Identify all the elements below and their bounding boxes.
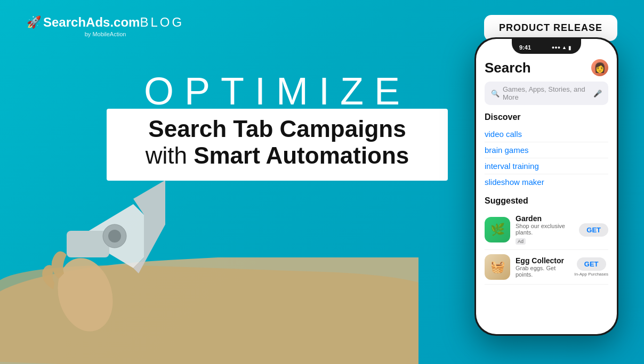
egg-get-button[interactable]: GET: [577, 257, 606, 271]
logo-area: 🚀 SearchAds.comBLOG by MobileAction: [27, 15, 184, 37]
user-avatar[interactable]: 👩: [591, 59, 608, 76]
phone-mockup: 9:41 ●●● ▲ ▮ Search 👩: [474, 37, 618, 336]
wifi-icon: ▲: [562, 45, 567, 50]
mic-icon[interactable]: 🎤: [593, 90, 602, 98]
discover-section-title: Discover: [485, 112, 608, 122]
headline-line2: with Smart Automations: [122, 142, 433, 170]
search-input-bar[interactable]: 🔍 Games, Apps, Stories, and More 🎤: [485, 82, 608, 105]
garden-app-name: Garden: [516, 214, 574, 223]
app-row-garden: 🌿 Garden Shop our exclusive plants. Ad G…: [485, 210, 608, 250]
discover-section: Discover video calls brain games interva…: [485, 112, 608, 190]
phone-notch: 9:41 ●●● ▲ ▮: [512, 39, 581, 54]
suggested-section-title: Suggested: [485, 196, 608, 206]
battery-icon: ▮: [568, 45, 571, 51]
garden-get-wrapper: GET: [579, 223, 608, 237]
svg-point-3: [108, 230, 121, 242]
app-row-egg-collector: 🧺 Egg Collector Grab eggs. Get points. G…: [485, 250, 608, 285]
search-section-title: Search: [485, 60, 531, 76]
megaphone-image: [16, 130, 165, 332]
product-release-text: PRODUCT RELEASE: [499, 22, 602, 33]
discover-item-video-calls[interactable]: video calls: [485, 126, 608, 142]
signal-icon: ●●●: [552, 45, 560, 50]
phone-content-area: Search 👩 🔍 Games, Apps, Stories, and Mor…: [476, 56, 617, 285]
garden-get-button[interactable]: GET: [579, 223, 608, 237]
status-time-notch: 9:41: [519, 44, 531, 51]
phone-screen: 9:41 ●●● ▲ ▮ Search 👩: [476, 39, 617, 334]
garden-app-icon: 🌿: [485, 217, 510, 242]
discover-item-interval-training[interactable]: interval training: [485, 158, 608, 174]
discover-item-slideshow-maker[interactable]: slideshow maker: [485, 174, 608, 190]
egg-get-wrapper: GET In-App Purchases: [574, 257, 608, 277]
search-bar-icon: 🔍: [491, 90, 500, 98]
discover-item-brain-games[interactable]: brain games: [485, 142, 608, 158]
garden-ad-badge: Ad: [516, 238, 526, 245]
headline-line1: Search Tab Campaigns: [122, 116, 433, 142]
logo-rocket-icon: 🚀: [27, 15, 41, 29]
logo-brand-text: SearchAds.comBLOG: [43, 15, 184, 30]
logo-sub-text: by MobileAction: [27, 31, 184, 37]
in-app-purchases-label: In-App Purchases: [574, 272, 608, 277]
egg-app-info: Egg Collector Grab eggs. Get points.: [516, 256, 569, 278]
phone-frame: 9:41 ●●● ▲ ▮ Search 👩: [474, 37, 618, 336]
egg-app-icon: 🧺: [485, 254, 510, 280]
egg-app-desc: Grab eggs. Get points.: [516, 265, 569, 278]
banner-container: 🚀 SearchAds.comBLOG by MobileAction PROD…: [0, 0, 644, 364]
egg-app-name: Egg Collector: [516, 256, 569, 265]
garden-app-info: Garden Shop our exclusive plants. Ad: [516, 214, 574, 245]
search-bar-placeholder: Games, Apps, Stories, and More: [503, 85, 590, 101]
suggested-section: Suggested 🌿 Garden Shop our exclusive pl…: [485, 196, 608, 285]
garden-app-desc: Shop our exclusive plants.: [516, 223, 574, 236]
optimize-text: OPTIMIZE: [107, 69, 448, 113]
search-header: Search 👩: [485, 59, 608, 76]
